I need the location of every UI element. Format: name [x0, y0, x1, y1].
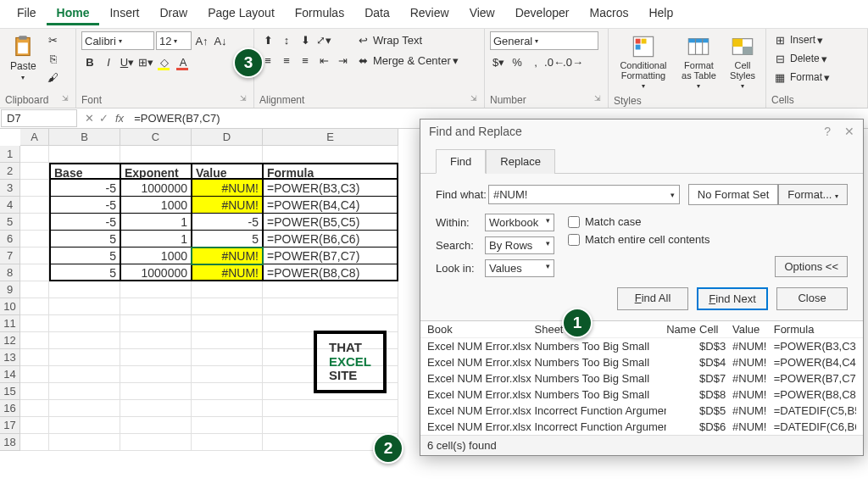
- within-select[interactable]: Workbook▾: [485, 214, 554, 231]
- cell-B6[interactable]: 5: [49, 231, 120, 248]
- cell-A17[interactable]: [20, 417, 49, 434]
- row-header-4[interactable]: 4: [0, 197, 20, 214]
- increase-font-icon[interactable]: A↑: [193, 32, 210, 49]
- cell-B3[interactable]: -5: [49, 180, 120, 197]
- row-header-14[interactable]: 14: [0, 366, 20, 383]
- cell-C6[interactable]: 1: [120, 231, 192, 248]
- wrap-text-button[interactable]: ↩Wrap Text: [354, 31, 459, 48]
- cell-E11[interactable]: [263, 315, 398, 332]
- cell-B2[interactable]: Base: [49, 163, 120, 180]
- row-header-6[interactable]: 6: [0, 231, 20, 248]
- menu-home[interactable]: Home: [47, 3, 100, 25]
- cell-B1[interactable]: [49, 146, 120, 163]
- cell-C8[interactable]: 1000000: [120, 264, 192, 281]
- cell-E2[interactable]: Formula: [263, 163, 398, 180]
- menu-help[interactable]: Help: [638, 3, 683, 25]
- border-button[interactable]: ⊞▾: [137, 53, 154, 70]
- dialog-close-icon[interactable]: ✕: [844, 125, 854, 138]
- cell-E7[interactable]: =POWER(B7,C7): [263, 248, 398, 264]
- cell-D2[interactable]: Value: [192, 163, 263, 180]
- alignment-launcher[interactable]: ⇲: [469, 94, 479, 106]
- align-center-icon[interactable]: ≡: [278, 52, 295, 69]
- col-header-B[interactable]: B: [49, 129, 120, 146]
- cell-B10[interactable]: [49, 298, 120, 315]
- find-what-input[interactable]: #NUM!▾: [488, 185, 680, 204]
- cell-A3[interactable]: [20, 180, 49, 197]
- row-header-2[interactable]: 2: [0, 163, 20, 180]
- cell-A5[interactable]: [20, 214, 49, 231]
- bold-button[interactable]: B: [81, 53, 98, 70]
- cell-D11[interactable]: [192, 315, 263, 332]
- cell-D18[interactable]: [192, 434, 263, 451]
- menu-file[interactable]: File: [7, 3, 47, 25]
- format-button[interactable]: Format... ▾: [778, 184, 848, 205]
- col-header-C[interactable]: C: [120, 129, 192, 146]
- cell-E9[interactable]: [263, 281, 398, 298]
- cell-D15[interactable]: [192, 383, 263, 400]
- cell-C4[interactable]: 1000: [120, 197, 192, 214]
- row-header-5[interactable]: 5: [0, 214, 20, 231]
- tab-replace[interactable]: Replace: [486, 149, 555, 174]
- cell-C2[interactable]: Exponent: [120, 163, 192, 180]
- cell-A10[interactable]: [20, 298, 49, 315]
- result-row[interactable]: Excel NUM Error.xlsxIncorrect Function A…: [420, 403, 863, 419]
- cell-C11[interactable]: [120, 315, 192, 332]
- menu-review[interactable]: Review: [400, 3, 459, 25]
- paste-button[interactable]: Paste▾: [5, 31, 42, 85]
- cell-D10[interactable]: [192, 298, 263, 315]
- cut-button[interactable]: ✂: [45, 31, 62, 48]
- menu-formulas[interactable]: Formulas: [285, 3, 354, 25]
- row-header-8[interactable]: 8: [0, 264, 20, 281]
- menu-macros[interactable]: Macros: [580, 3, 639, 25]
- menu-insert[interactable]: Insert: [99, 3, 149, 25]
- cell-B15[interactable]: [49, 383, 120, 400]
- tab-find[interactable]: Find: [436, 149, 486, 174]
- cell-A9[interactable]: [20, 281, 49, 298]
- close-button[interactable]: Close: [776, 287, 848, 310]
- cell-D16[interactable]: [192, 400, 263, 417]
- cell-C15[interactable]: [120, 383, 192, 400]
- font-color-button[interactable]: A: [175, 53, 192, 70]
- result-row[interactable]: Excel NUM Error.xlsxNumbers Too Big Smal…: [420, 370, 863, 387]
- cell-B12[interactable]: [49, 332, 120, 349]
- cell-B14[interactable]: [49, 366, 120, 383]
- align-top-icon[interactable]: ⬆: [259, 31, 276, 48]
- row-header-3[interactable]: 3: [0, 180, 20, 197]
- menu-developer[interactable]: Developer: [505, 3, 580, 25]
- row-header-7[interactable]: 7: [0, 248, 20, 264]
- cell-D17[interactable]: [192, 417, 263, 434]
- cell-B18[interactable]: [49, 434, 120, 451]
- font-launcher[interactable]: ⇲: [238, 94, 248, 106]
- cell-E6[interactable]: =POWER(B6,C6): [263, 231, 398, 248]
- cell-D6[interactable]: 5: [192, 231, 263, 248]
- cell-A12[interactable]: [20, 332, 49, 349]
- number-launcher[interactable]: ⇲: [593, 94, 603, 106]
- row-header-12[interactable]: 12: [0, 332, 20, 349]
- row-header-17[interactable]: 17: [0, 417, 20, 434]
- cell-B5[interactable]: -5: [49, 214, 120, 231]
- conditional-formatting-button[interactable]: Conditional Formatting▾: [614, 31, 673, 93]
- cell-E17[interactable]: [263, 417, 398, 434]
- cell-D8[interactable]: #NUM!: [192, 264, 263, 281]
- cell-A13[interactable]: [20, 349, 49, 366]
- cell-B17[interactable]: [49, 417, 120, 434]
- row-header-1[interactable]: 1: [0, 146, 20, 163]
- align-middle-icon[interactable]: ↕: [278, 31, 295, 48]
- cell-A6[interactable]: [20, 231, 49, 248]
- cell-A15[interactable]: [20, 383, 49, 400]
- insert-cells-button[interactable]: ⊞Insert ▾: [771, 31, 830, 48]
- lookin-select[interactable]: Values▾: [485, 259, 554, 277]
- cell-A1[interactable]: [20, 146, 49, 163]
- number-format-select[interactable]: General▾: [490, 31, 598, 50]
- cell-B11[interactable]: [49, 315, 120, 332]
- cell-D3[interactable]: #NUM!: [192, 180, 263, 197]
- cell-D12[interactable]: [192, 332, 263, 349]
- name-box[interactable]: D7: [1, 109, 77, 127]
- match-entire-checkbox[interactable]: Match entire cell contents: [568, 233, 709, 246]
- cell-A16[interactable]: [20, 400, 49, 417]
- cell-C9[interactable]: [120, 281, 192, 298]
- col-header-A[interactable]: A: [20, 129, 49, 146]
- align-right-icon[interactable]: ≡: [297, 52, 314, 69]
- menu-page-layout[interactable]: Page Layout: [198, 3, 285, 25]
- increase-decimal-icon[interactable]: .0←: [546, 53, 563, 70]
